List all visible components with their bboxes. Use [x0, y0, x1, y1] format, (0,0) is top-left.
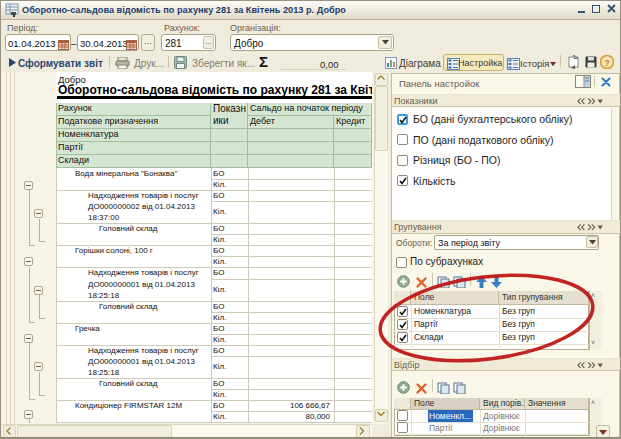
svg-text:?: ? — [604, 58, 610, 68]
